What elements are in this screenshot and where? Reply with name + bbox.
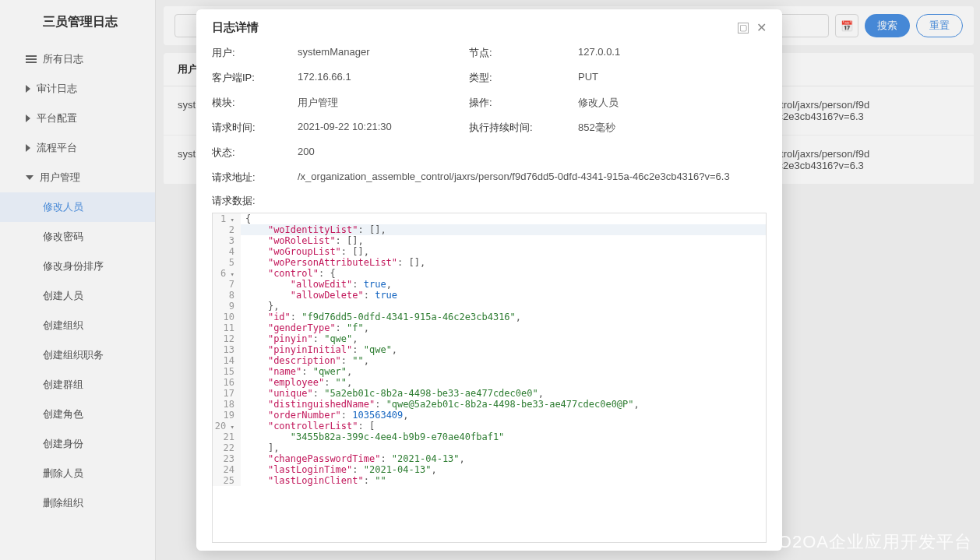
code-line[interactable]: 5 "woPersonAttributeList": [], <box>213 257 766 268</box>
label-module: 模块: <box>212 96 298 110</box>
label-status: 状态: <box>212 146 298 160</box>
label-req-data: 请求数据: <box>212 194 767 208</box>
code-line[interactable]: 25 "lastLoginClient": "" <box>213 475 766 486</box>
code-line[interactable]: 17 "unique": "5a2eb01c-8b2a-4498-be33-ae… <box>213 388 766 399</box>
gutter: 22 <box>213 442 241 453</box>
code-line[interactable]: 19 "orderNumber": 103563409, <box>213 410 766 421</box>
code-content: "control": { <box>241 268 766 279</box>
label-node: 节点: <box>469 46 578 60</box>
code-line[interactable]: 16 "employee": "", <box>213 377 766 388</box>
code-line[interactable]: 11 "genderType": "f", <box>213 322 766 333</box>
maximize-icon[interactable]: ▢ <box>738 23 749 33</box>
gutter: 23 <box>213 453 241 464</box>
value-req-time: 2021-09-22 10:21:30 <box>298 121 469 135</box>
value-duration: 852毫秒 <box>578 121 767 135</box>
code-line[interactable]: 10 "id": "f9d76dd5-0dfd-4341-915a-46c2e3… <box>213 312 766 322</box>
gutter: 15 <box>213 366 241 377</box>
gutter: 14 <box>213 355 241 366</box>
code-content: "unique": "5a2eb01c-8b2a-4498-be33-ae477… <box>241 388 766 399</box>
label-user: 用户: <box>212 46 298 60</box>
gutter: 21 <box>213 431 241 442</box>
value-status: 200 <box>298 146 469 160</box>
label-duration: 执行持续时间: <box>469 121 578 135</box>
log-detail-modal: 日志详情 ▢ ✕ 用户: systemManager 节点: 127.0.0.1… <box>196 9 782 551</box>
code-line[interactable]: 18 "distinguishedName": "qwe@5a2eb01c-8b… <box>213 399 766 410</box>
code-content: { <box>241 213 766 224</box>
gutter: 19 <box>213 410 241 421</box>
code-content: "pinyin": "qwe", <box>241 333 766 344</box>
gutter: 18 <box>213 399 241 410</box>
value-user: systemManager <box>298 46 469 60</box>
code-content: "pinyinInitial": "qwe", <box>241 344 766 355</box>
value-type: PUT <box>578 71 767 85</box>
modal-header: 日志详情 ▢ ✕ <box>196 9 782 46</box>
gutter: 10 <box>213 312 241 322</box>
code-line[interactable]: 23 "changePasswordTime": "2021-04-13", <box>213 453 766 464</box>
code-line[interactable]: 3 "woRoleList": [], <box>213 235 766 246</box>
gutter: 2 <box>213 224 241 235</box>
code-content: "woGroupList": [], <box>241 246 766 257</box>
close-icon[interactable]: ✕ <box>756 20 767 35</box>
code-line[interactable]: 8 "allowDelete": true <box>213 290 766 301</box>
detail-grid: 用户: systemManager 节点: 127.0.0.1 客户端IP: 1… <box>212 46 767 185</box>
code-line[interactable]: 21 "3455b82a-399c-4ee4-b9b9-e70ae40fbaf1… <box>213 431 766 442</box>
code-line[interactable]: 22 ], <box>213 442 766 453</box>
gutter: 24 <box>213 464 241 475</box>
code-line[interactable]: 4 "woGroupList": [], <box>213 246 766 257</box>
code-content: "employee": "", <box>241 377 766 388</box>
code-content: "lastLoginTime": "2021-04-13", <box>241 464 766 475</box>
code-content: "woRoleList": [], <box>241 235 766 246</box>
code-content: "genderType": "f", <box>241 322 766 333</box>
gutter: 11 <box>213 322 241 333</box>
code-line[interactable]: 20 "controllerList": [ <box>213 421 766 431</box>
code-content: "allowDelete": true <box>241 290 766 301</box>
value-req-addr: /x_organization_assemble_control/jaxrs/p… <box>298 171 767 185</box>
code-content: }, <box>241 301 766 312</box>
label-type: 类型: <box>469 71 578 85</box>
gutter: 3 <box>213 235 241 246</box>
label-operation: 操作: <box>469 96 578 110</box>
gutter: 17 <box>213 388 241 399</box>
gutter: 5 <box>213 257 241 268</box>
label-req-time: 请求时间: <box>212 121 298 135</box>
code-content: "name": "qwer", <box>241 366 766 377</box>
code-line[interactable]: 6 "control": { <box>213 268 766 279</box>
gutter: 25 <box>213 475 241 486</box>
gutter: 7 <box>213 279 241 290</box>
gutter: 1 <box>213 213 241 224</box>
code-content: "lastLoginClient": "" <box>241 475 766 486</box>
label-req-addr: 请求地址: <box>212 171 298 185</box>
gutter: 9 <box>213 301 241 312</box>
gutter: 16 <box>213 377 241 388</box>
code-editor[interactable]: 1{2 "woIdentityList": [],3 "woRoleList":… <box>212 213 767 543</box>
modal-title: 日志详情 <box>212 20 730 35</box>
gutter: 12 <box>213 333 241 344</box>
value-node: 127.0.0.1 <box>578 46 767 60</box>
code-content: "3455b82a-399c-4ee4-b9b9-e70ae40fbaf1" <box>241 431 766 442</box>
code-content: "woIdentityList": [], <box>241 224 766 235</box>
code-line[interactable]: 13 "pinyinInitial": "qwe", <box>213 344 766 355</box>
code-content: "orderNumber": 103563409, <box>241 410 766 421</box>
code-line[interactable]: 9 }, <box>213 301 766 312</box>
code-content: "woPersonAttributeList": [], <box>241 257 766 268</box>
code-line[interactable]: 1{ <box>213 213 766 224</box>
code-line[interactable]: 15 "name": "qwer", <box>213 366 766 377</box>
gutter: 13 <box>213 344 241 355</box>
code-line[interactable]: 2 "woIdentityList": [], <box>213 224 766 235</box>
code-line[interactable]: 24 "lastLoginTime": "2021-04-13", <box>213 464 766 475</box>
code-line[interactable]: 14 "description": "", <box>213 355 766 366</box>
gutter: 8 <box>213 290 241 301</box>
code-line[interactable]: 7 "allowEdit": true, <box>213 279 766 290</box>
code-line[interactable]: 12 "pinyin": "qwe", <box>213 333 766 344</box>
gutter: 6 <box>213 268 241 279</box>
code-content: "allowEdit": true, <box>241 279 766 290</box>
code-content: "id": "f9d76dd5-0dfd-4341-915a-46c2e3cb4… <box>241 312 766 322</box>
code-content: "controllerList": [ <box>241 421 766 431</box>
code-content: "changePasswordTime": "2021-04-13", <box>241 453 766 464</box>
code-content: "distinguishedName": "qwe@5a2eb01c-8b2a-… <box>241 399 766 410</box>
value-operation: 修改人员 <box>578 96 767 110</box>
value-module: 用户管理 <box>298 96 469 110</box>
code-content: ], <box>241 442 766 453</box>
value-client-ip: 172.16.66.1 <box>298 71 469 85</box>
label-client-ip: 客户端IP: <box>212 71 298 85</box>
